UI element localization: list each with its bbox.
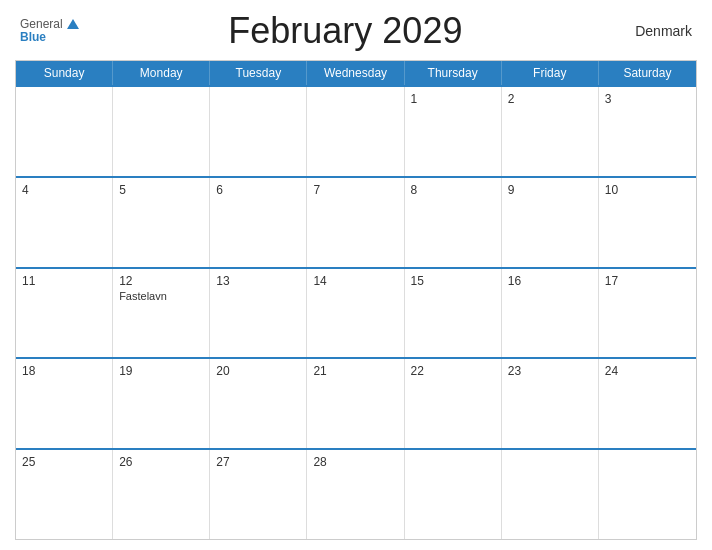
day-cell: 26	[113, 450, 210, 539]
calendar-grid: SundayMondayTuesdayWednesdayThursdayFrid…	[15, 60, 697, 540]
day-cell: 4	[16, 178, 113, 267]
day-number: 15	[411, 274, 495, 288]
day-cell	[502, 450, 599, 539]
day-cell: 15	[405, 269, 502, 358]
week-row-3: 18192021222324	[16, 357, 696, 448]
day-header-friday: Friday	[502, 61, 599, 85]
day-cell: 17	[599, 269, 696, 358]
week-row-0: 123	[16, 85, 696, 176]
logo-triangle-icon	[67, 19, 79, 29]
day-number: 24	[605, 364, 690, 378]
day-number: 19	[119, 364, 203, 378]
day-cell	[307, 87, 404, 176]
day-cell: 16	[502, 269, 599, 358]
day-cell: 9	[502, 178, 599, 267]
day-cell: 11	[16, 269, 113, 358]
day-number: 9	[508, 183, 592, 197]
logo-blue-text: Blue	[20, 31, 46, 44]
day-cell: 3	[599, 87, 696, 176]
day-cell: 19	[113, 359, 210, 448]
day-cell: 7	[307, 178, 404, 267]
day-cell: 14	[307, 269, 404, 358]
day-number: 25	[22, 455, 106, 469]
logo-row-bottom: Blue	[20, 31, 79, 44]
day-number: 2	[508, 92, 592, 106]
week-row-4: 25262728	[16, 448, 696, 539]
week-row-2: 1112Fastelavn1314151617	[16, 267, 696, 358]
day-cell	[210, 87, 307, 176]
day-number: 23	[508, 364, 592, 378]
day-header-tuesday: Tuesday	[210, 61, 307, 85]
day-number: 8	[411, 183, 495, 197]
day-header-saturday: Saturday	[599, 61, 696, 85]
day-cell: 28	[307, 450, 404, 539]
day-cell: 21	[307, 359, 404, 448]
day-cell: 22	[405, 359, 502, 448]
day-number: 4	[22, 183, 106, 197]
day-number: 27	[216, 455, 300, 469]
calendar-header: General Blue February 2029 Denmark	[15, 10, 697, 52]
day-header-monday: Monday	[113, 61, 210, 85]
day-number: 10	[605, 183, 690, 197]
day-number: 17	[605, 274, 690, 288]
weeks-container: 123456789101112Fastelavn1314151617181920…	[16, 85, 696, 539]
day-cell	[16, 87, 113, 176]
day-cell: 23	[502, 359, 599, 448]
day-number: 20	[216, 364, 300, 378]
day-cell	[405, 450, 502, 539]
day-number: 6	[216, 183, 300, 197]
event-label: Fastelavn	[119, 290, 203, 302]
day-cell: 20	[210, 359, 307, 448]
day-number: 13	[216, 274, 300, 288]
day-number: 28	[313, 455, 397, 469]
day-headers-row: SundayMondayTuesdayWednesdayThursdayFrid…	[16, 61, 696, 85]
day-number: 11	[22, 274, 106, 288]
day-header-sunday: Sunday	[16, 61, 113, 85]
day-number: 21	[313, 364, 397, 378]
day-cell: 5	[113, 178, 210, 267]
day-cell: 13	[210, 269, 307, 358]
day-header-wednesday: Wednesday	[307, 61, 404, 85]
calendar-title: February 2029	[79, 10, 612, 52]
day-number: 18	[22, 364, 106, 378]
day-cell: 10	[599, 178, 696, 267]
day-cell	[599, 450, 696, 539]
day-cell: 12Fastelavn	[113, 269, 210, 358]
day-cell: 25	[16, 450, 113, 539]
day-cell: 18	[16, 359, 113, 448]
day-cell: 24	[599, 359, 696, 448]
day-number: 7	[313, 183, 397, 197]
day-number: 22	[411, 364, 495, 378]
day-cell: 2	[502, 87, 599, 176]
logo: General Blue	[20, 18, 79, 44]
day-number: 26	[119, 455, 203, 469]
country-label: Denmark	[612, 23, 692, 39]
calendar-container: General Blue February 2029 Denmark Sunda…	[0, 0, 712, 550]
day-cell: 6	[210, 178, 307, 267]
day-cell	[113, 87, 210, 176]
day-cell: 8	[405, 178, 502, 267]
day-number: 12	[119, 274, 203, 288]
day-cell: 1	[405, 87, 502, 176]
day-number: 16	[508, 274, 592, 288]
day-number: 3	[605, 92, 690, 106]
week-row-1: 45678910	[16, 176, 696, 267]
day-number: 5	[119, 183, 203, 197]
day-number: 1	[411, 92, 495, 106]
day-cell: 27	[210, 450, 307, 539]
day-number: 14	[313, 274, 397, 288]
day-header-thursday: Thursday	[405, 61, 502, 85]
